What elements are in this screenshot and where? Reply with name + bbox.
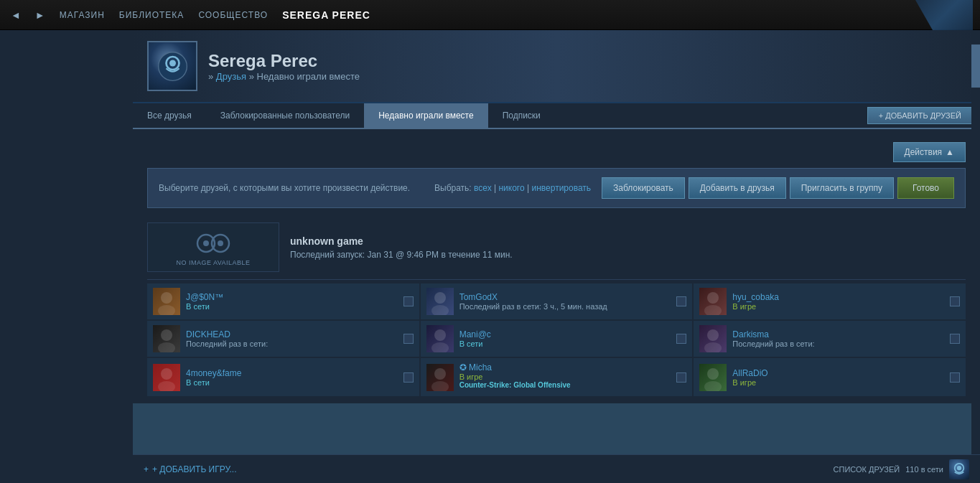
friends-count: 110 в сети bbox=[905, 465, 943, 474]
friends-list-info: СПИСОК ДРУЗЕЙ 110 в сети bbox=[834, 459, 969, 479]
friend-item: TomGodX Последний раз в сети: 3 ч., 5 ми… bbox=[421, 283, 693, 319]
friend-info: J@$0N™ В сети bbox=[186, 292, 398, 311]
game-thumb-icon bbox=[195, 229, 231, 258]
friend-item: DICKHEAD Последний раз в сети: bbox=[147, 321, 419, 357]
friend-item: Mani@c В сети bbox=[421, 321, 693, 357]
chevron-up-icon: ▲ bbox=[946, 147, 954, 157]
tab-bar: Все друзья Заблокированные пользователи … bbox=[133, 103, 980, 129]
friend-checkbox[interactable] bbox=[676, 334, 686, 344]
friend-avatar[interactable] bbox=[699, 364, 727, 391]
tab-blocked[interactable]: Заблокированные пользователи bbox=[206, 103, 364, 128]
block-button[interactable]: Заблокировать bbox=[602, 177, 685, 199]
friend-checkbox[interactable] bbox=[676, 372, 686, 383]
friend-avatar[interactable] bbox=[426, 364, 454, 391]
friend-name[interactable]: Mani@c bbox=[459, 329, 671, 339]
bottom-bar: + + ДОБАВИТЬ ИГРУ... СПИСОК ДРУЗЕЙ 110 в… bbox=[133, 454, 980, 483]
tab-subscriptions[interactable]: Подписки bbox=[488, 103, 555, 128]
add-friend-action-button[interactable]: Добавить в друзья bbox=[689, 177, 786, 199]
friend-info: Mani@c В сети bbox=[459, 329, 671, 348]
friend-item: hyu_cobaka В игре bbox=[694, 283, 966, 319]
profile-header: Serega Perec » Друзья » Недавно играли в… bbox=[133, 30, 980, 103]
select-none-link[interactable]: никого bbox=[498, 183, 524, 193]
plus-icon: + bbox=[144, 464, 149, 474]
back-button[interactable]: ◄ bbox=[11, 9, 21, 21]
friend-name[interactable]: AllRaDiO bbox=[732, 368, 944, 378]
friend-item: J@$0N™ В сети bbox=[147, 283, 419, 319]
friend-name[interactable]: Darkisma bbox=[732, 329, 944, 339]
svg-point-14 bbox=[707, 292, 719, 304]
friend-avatar[interactable] bbox=[699, 325, 727, 352]
friend-game: Counter-Strike: Global Offensive bbox=[459, 381, 671, 389]
friend-checkbox[interactable] bbox=[950, 334, 960, 344]
breadcrumb-friends-link[interactable]: Друзья bbox=[216, 71, 246, 82]
select-invert-link[interactable]: инвертировать bbox=[531, 183, 591, 193]
friend-checkbox[interactable] bbox=[403, 334, 414, 344]
friend-status: Последний раз в сети: 3 ч., 5 мин. назад bbox=[459, 302, 671, 311]
svg-point-20 bbox=[434, 329, 446, 341]
nav-username[interactable]: SEREGA PEREC bbox=[282, 9, 370, 21]
svg-point-6 bbox=[218, 240, 223, 246]
svg-point-32 bbox=[707, 368, 719, 380]
friend-info: AllRaDiO В игре bbox=[732, 368, 944, 387]
friend-info: 4money&fame В сети bbox=[186, 368, 398, 387]
friend-item: ✪ Micha В игре Counter-Strike: Global Of… bbox=[421, 358, 693, 396]
game-last-played: Последний запуск: Jan 31 @ 9:46 PM в теч… bbox=[290, 250, 966, 260]
friend-name[interactable]: TomGodX bbox=[459, 292, 671, 302]
friend-avatar[interactable] bbox=[153, 288, 180, 315]
game-item: NO IMAGE AVAILABLE unknown game Последни… bbox=[147, 215, 966, 280]
select-all-link[interactable]: всех bbox=[474, 183, 492, 193]
friend-avatar[interactable] bbox=[699, 288, 727, 315]
friend-status: Последний раз в сети: bbox=[186, 339, 398, 348]
action-buttons: Заблокировать Добавить в друзья Пригласи… bbox=[602, 177, 954, 199]
profile-avatar[interactable] bbox=[147, 41, 197, 91]
friend-checkbox[interactable] bbox=[950, 296, 960, 306]
invite-group-button[interactable]: Пригласить в группу bbox=[790, 177, 894, 199]
friend-item: AllRaDiO В игре bbox=[694, 358, 966, 396]
add-game-button[interactable]: + + ДОБАВИТЬ ИГРУ... bbox=[144, 464, 237, 474]
svg-point-8 bbox=[161, 292, 172, 304]
profile-name: Serega Perec bbox=[208, 51, 360, 71]
friend-avatar[interactable] bbox=[426, 288, 454, 315]
profile-info: Serega Perec » Друзья » Недавно играли в… bbox=[208, 51, 360, 82]
nav-library[interactable]: БИБЛИОТЕКА bbox=[119, 10, 185, 20]
svg-point-11 bbox=[434, 292, 446, 304]
nav-community[interactable]: СООБЩЕСТВО bbox=[198, 10, 268, 20]
game-info: unknown game Последний запуск: Jan 31 @ … bbox=[290, 235, 966, 260]
friend-status: В сети bbox=[186, 302, 398, 311]
friend-name[interactable]: hyu_cobaka bbox=[732, 292, 944, 302]
no-image-text: NO IMAGE AVAILABLE bbox=[176, 259, 250, 266]
friend-item: Darkisma Последний раз в сети: bbox=[694, 321, 966, 357]
friend-info: Darkisma Последний раз в сети: bbox=[732, 329, 944, 348]
tab-recently-played[interactable]: Недавно играли вместе bbox=[364, 103, 487, 128]
forward-button[interactable]: ► bbox=[35, 9, 45, 21]
svg-point-23 bbox=[707, 329, 719, 341]
friend-avatar[interactable] bbox=[153, 364, 180, 391]
friends-list-label: СПИСОК ДРУЗЕЙ bbox=[834, 465, 900, 474]
main-container: Serega Perec » Друзья » Недавно играли в… bbox=[0, 30, 980, 483]
friend-checkbox[interactable] bbox=[950, 372, 960, 383]
friend-name[interactable]: ✪ Micha bbox=[459, 362, 671, 372]
friend-name[interactable]: J@$0N™ bbox=[186, 292, 398, 302]
actions-button[interactable]: Действия ▲ bbox=[893, 142, 966, 162]
steam-avatar-logo bbox=[157, 50, 189, 83]
friend-avatar[interactable] bbox=[426, 325, 454, 352]
nav-store[interactable]: МАГАЗИН bbox=[60, 10, 105, 20]
friend-name[interactable]: 4money&fame bbox=[186, 368, 398, 378]
friend-checkbox[interactable] bbox=[676, 296, 686, 306]
svg-point-2 bbox=[169, 60, 176, 66]
selection-links: Выбрать: всех | никого | инвертировать bbox=[434, 183, 591, 193]
friend-avatar[interactable] bbox=[153, 325, 180, 352]
friend-checkbox[interactable] bbox=[403, 296, 414, 306]
friend-info: DICKHEAD Последний раз в сети: bbox=[186, 329, 398, 348]
scrollbar-thumb[interactable] bbox=[971, 44, 980, 88]
friend-info: hyu_cobaka В игре bbox=[732, 292, 944, 311]
friend-info: ✪ Micha В игре Counter-Strike: Global Of… bbox=[459, 362, 671, 392]
profile-breadcrumb: » Друзья » Недавно играли вместе bbox=[208, 71, 360, 82]
friend-checkbox[interactable] bbox=[403, 372, 414, 383]
svg-point-26 bbox=[161, 368, 172, 380]
scrollbar[interactable] bbox=[971, 30, 980, 483]
tab-all-friends[interactable]: Все друзья bbox=[133, 103, 206, 128]
friend-name[interactable]: DICKHEAD bbox=[186, 329, 398, 339]
ready-button[interactable]: Готово bbox=[897, 177, 954, 199]
add-friend-button[interactable]: + ДОБАВИТЬ ДРУЗЕЙ bbox=[867, 107, 973, 124]
